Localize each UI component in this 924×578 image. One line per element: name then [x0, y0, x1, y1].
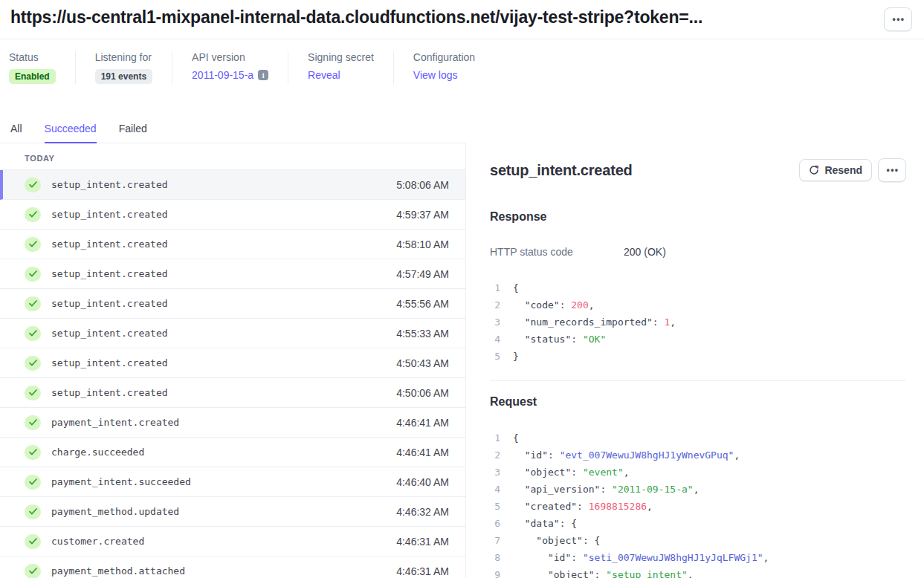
event-list-item[interactable]: setup_intent.created 4:57:49 AM — [0, 259, 465, 289]
code-line: 4 "status": "OK" — [490, 331, 906, 348]
reveal-secret-link[interactable]: Reveal — [308, 69, 340, 81]
success-check-icon — [25, 237, 41, 252]
event-time: 4:50:43 AM — [396, 357, 449, 369]
http-status-value: 200 (OK) — [624, 246, 666, 258]
event-time: 4:46:32 AM — [396, 506, 449, 518]
event-time: 5:08:06 AM — [396, 179, 449, 191]
event-detail-panel: setup_intent.created Resend ••• Response — [466, 143, 924, 578]
event-filter-tabs: All Succeeded Failed — [0, 123, 466, 143]
success-check-icon — [25, 207, 41, 222]
meta-signing-secret: Signing secret Reveal — [288, 51, 393, 84]
date-section-label: TODAY — [0, 143, 465, 170]
response-heading: Response — [490, 210, 906, 224]
event-time: 4:46:41 AM — [396, 417, 449, 429]
event-list-item[interactable]: customer.created 4:46:31 AM — [0, 527, 465, 556]
event-list-item[interactable]: payment_intent.created 4:46:41 AM — [0, 408, 465, 438]
event-list-item[interactable]: setup_intent.created 4:59:37 AM — [0, 200, 465, 230]
ellipsis-icon: ••• — [891, 15, 905, 24]
event-time: 4:57:49 AM — [396, 268, 449, 280]
event-time: 4:46:41 AM — [396, 447, 449, 458]
success-check-icon — [25, 326, 41, 341]
event-list-item[interactable]: setup_intent.created 4:55:33 AM — [0, 319, 465, 348]
event-list-item[interactable]: charge.succeeded 4:46:41 AM — [0, 438, 465, 467]
code-line: 1{ — [490, 429, 906, 447]
code-line: 7 "object": { — [490, 532, 906, 549]
success-check-icon — [25, 445, 41, 460]
meta-api-version: API version 2011-09-15-a i — [172, 51, 288, 84]
events-count-badge[interactable]: 191 events — [95, 69, 152, 84]
event-rows: setup_intent.created 5:08:06 AM setup_in… — [0, 170, 465, 578]
success-check-icon — [25, 356, 41, 371]
info-icon: i — [258, 70, 268, 80]
event-name: payment_method.attached — [51, 565, 396, 577]
code-line: 9 "object": "setup_intent", — [490, 566, 906, 578]
success-check-icon — [25, 564, 41, 578]
success-check-icon — [25, 178, 41, 192]
event-list-item[interactable]: setup_intent.created 4:50:06 AM — [0, 378, 465, 408]
resend-icon — [809, 165, 819, 175]
event-name: payment_method.updated — [51, 506, 396, 517]
configuration-label: Configuration — [413, 51, 475, 63]
api-version-label: API version — [192, 51, 268, 63]
tab-all[interactable]: All — [10, 123, 22, 143]
resend-button[interactable]: Resend — [799, 159, 872, 181]
success-check-icon — [25, 415, 41, 430]
success-check-icon — [25, 475, 41, 490]
code-line: 1{ — [490, 279, 906, 296]
endpoint-meta-strip: Status Enabled Listening for 191 events … — [9, 39, 915, 97]
ellipsis-icon: ••• — [885, 166, 899, 175]
event-time: 4:55:56 AM — [396, 298, 449, 310]
http-status-label: HTTP status code — [490, 246, 624, 258]
meta-status: Status Enabled — [9, 51, 75, 84]
success-check-icon — [25, 534, 41, 549]
tab-failed[interactable]: Failed — [119, 123, 147, 143]
status-label: Status — [9, 51, 56, 63]
page-more-button[interactable]: ••• — [884, 7, 912, 31]
page-header: https://us-central1-mixpanel-internal-da… — [0, 0, 924, 39]
event-list-item[interactable]: setup_intent.created 4:58:10 AM — [0, 230, 465, 259]
event-time: 4:58:10 AM — [396, 238, 449, 250]
event-list-item[interactable]: payment_method.updated 4:46:32 AM — [0, 497, 465, 527]
event-list-item[interactable]: setup_intent.created 4:55:56 AM — [0, 289, 465, 319]
event-list-item[interactable]: setup_intent.created 4:50:43 AM — [0, 348, 465, 378]
success-check-icon — [25, 296, 41, 311]
event-list-item[interactable]: payment_intent.succeeded 4:46:40 AM — [0, 467, 465, 497]
success-check-icon — [25, 504, 41, 519]
request-code: 1{2 "id": "evt_007WewuJW8hgHJ1yWnevGPuq"… — [490, 429, 906, 578]
event-time: 4:46:31 AM — [396, 565, 449, 577]
event-time: 4:50:06 AM — [396, 387, 449, 399]
event-time: 4:55:33 AM — [396, 328, 449, 340]
code-line: 5 "created": 1698815286, — [490, 498, 906, 515]
event-list-item[interactable]: payment_method.attached 4:46:31 AM — [0, 556, 465, 578]
code-line: 6 "data": { — [490, 515, 906, 532]
success-check-icon — [25, 386, 41, 400]
code-line: 2 "code": 200, — [490, 296, 906, 314]
request-heading: Request — [490, 395, 906, 409]
event-time: 4:46:40 AM — [396, 476, 449, 488]
event-name: charge.succeeded — [51, 447, 396, 458]
event-name: setup_intent.created — [51, 238, 396, 250]
code-line: 8 "id": "seti_007WewuJW8hgHJ1yJqLFWGj1", — [490, 549, 906, 566]
api-version-value[interactable]: 2011-09-15-a — [192, 69, 253, 81]
event-time: 4:59:37 AM — [396, 209, 449, 221]
panel-divider — [490, 380, 906, 381]
event-name: payment_intent.created — [51, 417, 396, 428]
event-list-item[interactable]: setup_intent.created 5:08:06 AM — [0, 170, 465, 200]
event-name: setup_intent.created — [51, 179, 396, 190]
event-name: customer.created — [51, 536, 396, 547]
detail-more-button[interactable]: ••• — [878, 158, 906, 182]
event-name: setup_intent.created — [51, 387, 396, 398]
event-name: setup_intent.created — [51, 268, 396, 279]
signing-secret-label: Signing secret — [308, 51, 374, 63]
response-code: 1{2 "code": 200,3 "num_records_imported"… — [490, 279, 906, 365]
main-content: TODAY setup_intent.created 5:08:06 AM se… — [0, 143, 924, 578]
code-line: 4 "api_version": "2011-09-15-a", — [490, 481, 906, 498]
detail-event-title: setup_intent.created — [490, 162, 799, 179]
success-check-icon — [25, 267, 41, 282]
meta-configuration: Configuration View logs — [393, 51, 494, 84]
tab-succeeded[interactable]: Succeeded — [45, 123, 97, 143]
http-status-row: HTTP status code 200 (OK) — [490, 246, 906, 258]
view-logs-link[interactable]: View logs — [413, 69, 458, 81]
event-name: setup_intent.created — [51, 328, 396, 339]
event-time: 4:46:31 AM — [396, 536, 449, 548]
